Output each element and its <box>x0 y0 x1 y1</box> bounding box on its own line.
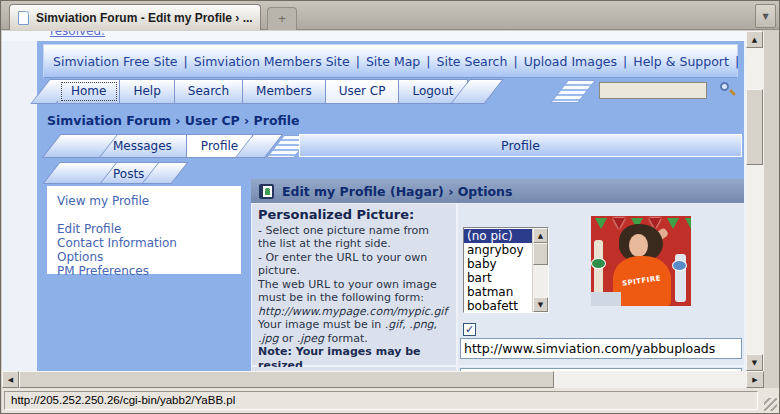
scroll-down-button[interactable]: ▼ <box>746 354 763 371</box>
search-input[interactable] <box>599 82 707 99</box>
pump-badge-blue <box>672 260 687 271</box>
picture-url-form-text: The web URL to your own image must be in… <box>258 278 437 305</box>
status-url: http://205.252.250.26/cgi-bin/yabb2/YaBB… <box>4 391 758 410</box>
sidebar-link-pm-preferences[interactable]: PM Preferences <box>57 264 241 278</box>
picture-bullet-2: - Or enter the URL to your own picture. <box>258 251 450 278</box>
page-icon <box>18 11 29 25</box>
sidebar-link-edit-profile[interactable]: Edit Profile <box>57 222 241 236</box>
topnav-separator: | <box>356 54 360 69</box>
scroll-up-button[interactable]: ▲ <box>746 31 763 48</box>
picture-list-item[interactable]: baby <box>464 257 532 271</box>
topnav-link-help-support[interactable]: Help & Support <box>633 54 729 69</box>
picture-list-item[interactable]: angryboy <box>464 243 532 257</box>
topnav-link-members-site[interactable]: Simviation Members Site <box>194 54 350 69</box>
beer-pump-right <box>675 254 686 302</box>
tab-help[interactable]: Help <box>120 79 174 104</box>
picture-list-item[interactable]: batman <box>464 285 532 299</box>
photo-shirt: SPITFIRE <box>613 256 671 306</box>
topnav-link-upload-images[interactable]: Upload Images <box>524 54 617 69</box>
picture-url-input[interactable] <box>460 338 742 359</box>
picture-bullet-1: - Select one picture name from the list … <box>258 224 450 251</box>
profile-book-icon <box>259 184 274 199</box>
picture-list-item[interactable]: bart <box>464 271 532 285</box>
forum-page: Simviation Free Site | Simviation Member… <box>37 41 744 371</box>
shirt-text: SPITFIRE <box>622 274 662 287</box>
panel-header: Edit my Profile (Hagar) › Options <box>251 179 744 203</box>
top-links-bar: Simviation Free Site | Simviation Member… <box>43 44 738 78</box>
picture-section-title: Personalized Picture: <box>258 208 450 222</box>
scroll-down-button[interactable]: ▼ <box>533 297 548 312</box>
profile-section-tabs: Messages Profile <box>51 134 274 158</box>
picture-list-item[interactable]: bobafett <box>464 299 532 312</box>
photo-face <box>629 234 648 257</box>
edit-profile-panel: Edit my Profile (Hagar) › Options Person… <box>251 179 744 371</box>
picture-list-items: (no pic) angryboy baby bart batman bobaf… <box>464 228 532 312</box>
topnav-separator: | <box>623 54 627 69</box>
picture-list-scrollbar[interactable]: ▲ ▼ <box>532 228 548 312</box>
topnav-link-site-search[interactable]: Site Search <box>436 54 507 69</box>
photo-counter <box>591 292 621 306</box>
picture-format-line: Your image must be in .gif, .png, .jpg o… <box>258 318 450 345</box>
topnav-separator: | <box>735 54 739 69</box>
tab-user-cp[interactable]: User CP <box>326 79 400 104</box>
scroll-right-button[interactable]: ▶ <box>746 371 764 388</box>
picture-controls-cell: (no pic) angryboy baby bart batman bobaf… <box>458 204 744 365</box>
profile-photo: SPITFIRE <box>591 216 691 306</box>
window-frame-right <box>764 31 780 388</box>
main-menu-tabs: Home Help Search Members User CP Logout <box>40 79 494 104</box>
horizontal-scrollbar-thumb[interactable] <box>19 371 554 388</box>
picture-instructions-cell: Personalized Picture: - Select one pictu… <box>252 204 456 365</box>
picture-list[interactable]: (no pic) angryboy baby bart batman bobaf… <box>463 227 549 313</box>
browser-tab-title: Simviation Forum - Edit my Profile › ... <box>36 11 252 25</box>
sidebar-link-contact-information[interactable]: Contact Information <box>57 236 241 250</box>
scrollbar-thumb[interactable] <box>533 243 548 265</box>
scroll-up-button[interactable]: ▲ <box>533 228 548 243</box>
new-tab-button[interactable]: + <box>267 7 297 30</box>
magnifier-handle <box>729 89 736 96</box>
search-icon[interactable] <box>719 81 736 98</box>
beer-pump-left <box>594 240 603 300</box>
scroll-left-button[interactable]: ◀ <box>2 371 19 388</box>
tab-search[interactable]: Search <box>175 79 243 104</box>
browser-tab-strip: Simviation Forum - Edit my Profile › ...… <box>1 1 779 30</box>
topnav-separator: | <box>513 54 517 69</box>
browser-window: Simviation Forum - Edit my Profile › ...… <box>0 0 780 414</box>
clipped-link[interactable]: resolved. <box>50 31 105 38</box>
horizontal-scrollbar[interactable]: ◀ ▶ <box>2 371 764 388</box>
topnav-separator: | <box>426 54 430 69</box>
panel-header-title: Edit my Profile (Hagar) › Options <box>282 184 512 199</box>
topnav-link-site-map[interactable]: Site Map <box>366 54 420 69</box>
vertical-scrollbar-thumb[interactable] <box>746 89 763 165</box>
pump-badge-green <box>591 258 606 269</box>
topnav-link-free-site[interactable]: Simviation Free Site <box>53 54 178 69</box>
sidebar-link-view-profile[interactable]: View my Profile <box>57 194 241 208</box>
picture-example-url: http://www.mypage.com/mypic.gif <box>258 305 450 319</box>
decor-lines-icon <box>550 80 596 103</box>
tab-members[interactable]: Members <box>243 79 326 104</box>
sidebar-spacer <box>57 208 241 222</box>
profile-sidebar: View my Profile Edit Profile Contact Inf… <box>47 186 241 274</box>
page-viewport: resolved. Simviation Free Site | Simviat… <box>2 31 746 371</box>
sidebar-link-options[interactable]: Options <box>57 250 241 264</box>
topnav-separator: | <box>184 54 188 69</box>
section-header: Profile <box>299 134 742 157</box>
clipped-content-strip: resolved. <box>2 31 746 41</box>
vertical-scrollbar[interactable]: ▲ ▼ <box>746 31 764 371</box>
status-bar: http://205.252.250.26/cgi-bin/yabb2/YaBB… <box>2 388 779 414</box>
posts-tab-row: Posts <box>51 162 180 184</box>
tab-list-button[interactable]: ▼ <box>755 4 776 28</box>
tab-home[interactable]: Home <box>58 79 120 104</box>
breadcrumb[interactable]: Simviation Forum › User CP › Profile <box>47 113 300 128</box>
magnifier-glass <box>720 82 729 91</box>
browser-tab-active[interactable]: Simviation Forum - Edit my Profile › ... <box>9 4 261 30</box>
own-picture-checkbox[interactable]: ✓ <box>463 323 476 336</box>
resize-grip[interactable] <box>764 398 777 411</box>
picture-list-item-selected[interactable]: (no pic) <box>464 229 532 243</box>
